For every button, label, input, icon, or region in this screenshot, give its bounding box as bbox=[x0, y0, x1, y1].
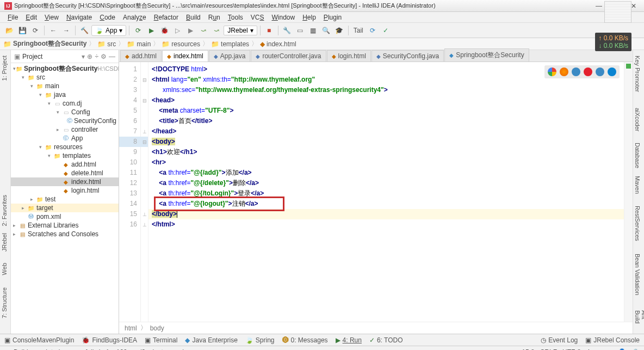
bt-jrebel-console[interactable]: ▣JRebel Console bbox=[585, 336, 640, 344]
chevron-down-icon[interactable]: ▾ bbox=[82, 53, 85, 60]
reload-icon[interactable]: ⟳ bbox=[367, 24, 379, 36]
fold-gutter[interactable]: ⊟ ⊟ ⊥⊟ ⊥⊥ bbox=[141, 62, 148, 322]
hide-icon[interactable]: — bbox=[109, 53, 115, 60]
menu-view[interactable]: View bbox=[41, 13, 62, 22]
tree-row[interactable]: ▸▭controller bbox=[11, 125, 119, 134]
editor-tab[interactable]: ◆App.java bbox=[209, 50, 251, 62]
bt-findbugs[interactable]: 🐞FindBugs-IDEA bbox=[82, 336, 137, 344]
breadcrumb-item[interactable]: 📁resources bbox=[162, 40, 200, 48]
editor-body[interactable]: 12345678910111213141516 ⊟ ⊟ ⊥⊟ ⊥⊥ <!DOCT… bbox=[119, 62, 633, 322]
ie-icon[interactable] bbox=[596, 67, 604, 76]
tab-key-promoter[interactable]: Key Promoter bbox=[633, 52, 642, 95]
tree-row[interactable]: ◆add.html bbox=[11, 160, 119, 169]
tree-row[interactable]: ▸▤Scratches and Consoles bbox=[11, 230, 119, 238]
lock-icon[interactable]: 🔒 bbox=[631, 348, 640, 351]
minimize-button[interactable]: — bbox=[595, 2, 603, 10]
target-icon[interactable]: ⊕ bbox=[87, 53, 92, 60]
tree-row[interactable]: ▾▭Config bbox=[11, 108, 119, 116]
menu-edit[interactable]: Edit bbox=[22, 13, 40, 22]
jr-debug-icon[interactable]: ⤻ bbox=[210, 24, 222, 36]
tab-structure[interactable]: 7: Structure bbox=[0, 284, 9, 322]
tree-row[interactable]: ⒸApp bbox=[11, 134, 119, 143]
menu-run[interactable]: Run bbox=[205, 13, 224, 22]
line-separator[interactable]: CRLF bbox=[540, 348, 557, 351]
breadcrumb-item[interactable]: 📁Springboot整合Security bbox=[3, 39, 86, 48]
chrome-icon[interactable] bbox=[548, 67, 556, 76]
jrebel-selector[interactable]: JRebel ▾ bbox=[224, 26, 257, 35]
breadcrumb-item[interactable]: ◆index.html bbox=[260, 40, 296, 48]
opera-icon[interactable] bbox=[584, 67, 592, 76]
bt-todo[interactable]: ✓6: TODO bbox=[369, 336, 403, 344]
run-icon[interactable]: ▶ bbox=[145, 24, 157, 36]
jr-run-icon[interactable]: ⤻ bbox=[197, 24, 209, 36]
tab-web[interactable]: Web bbox=[0, 260, 9, 278]
tree-row[interactable]: ▾📁src bbox=[11, 73, 119, 82]
tail-label[interactable]: Tail bbox=[351, 24, 366, 36]
tree-row[interactable]: ▾📁Springboot整合Security H:\CSDN\Sp bbox=[11, 64, 119, 73]
tree-row[interactable]: Ⓜpom.xml bbox=[11, 212, 119, 221]
tab-restservices[interactable]: RestServices bbox=[633, 202, 642, 244]
sync-icon[interactable]: ⟳ bbox=[29, 24, 41, 36]
tree-row[interactable]: ⒸSecurityConfig bbox=[11, 116, 119, 125]
build-icon[interactable]: 🔨 bbox=[78, 24, 90, 36]
breadcrumb-item[interactable]: 📁templates bbox=[211, 40, 249, 48]
menu-vcs[interactable]: VCS bbox=[247, 13, 268, 22]
crumb-html[interactable]: html bbox=[125, 324, 137, 332]
editor-tab[interactable]: ◆add.html bbox=[120, 50, 162, 62]
menu-file[interactable]: File bbox=[4, 13, 21, 22]
bt-terminal[interactable]: ▣Terminal bbox=[145, 336, 177, 344]
editor-tab[interactable]: ◆Springboot整合Security bbox=[444, 48, 529, 62]
tab-favorites[interactable]: 2: Favorites bbox=[0, 192, 9, 229]
edge-icon[interactable] bbox=[608, 67, 616, 76]
tree-row[interactable]: ▾📁main bbox=[11, 82, 119, 90]
editor-tab[interactable]: ◆login.html bbox=[327, 50, 371, 62]
run-config-selector[interactable]: 🍃 App ▾ bbox=[91, 25, 126, 36]
menu-plugin[interactable]: Plugin bbox=[320, 13, 345, 22]
file-encoding[interactable]: UTF-8 bbox=[562, 348, 581, 351]
search-icon[interactable]: 🔍 bbox=[320, 24, 332, 36]
check-icon[interactable]: ✓ bbox=[380, 24, 392, 36]
bt-messages[interactable]: ⓿0: Messages bbox=[282, 336, 328, 344]
back-icon[interactable]: ← bbox=[47, 24, 59, 36]
tree-row[interactable]: ▾📁resources bbox=[11, 143, 119, 151]
editor-tab[interactable]: ◆SecurityConfig.java bbox=[371, 50, 444, 62]
refresh-icon[interactable]: ⟳ bbox=[132, 24, 144, 36]
crumb-body[interactable]: body bbox=[150, 324, 164, 332]
editor-tab[interactable]: ◆index.html bbox=[162, 50, 208, 62]
forward-icon[interactable]: → bbox=[60, 24, 72, 36]
tree-row[interactable]: ▸▤External Libraries bbox=[11, 221, 119, 230]
tree-row[interactable]: ◆index.html bbox=[11, 177, 119, 186]
gear-icon[interactable]: ⚙ bbox=[101, 53, 107, 60]
error-stripe[interactable] bbox=[624, 62, 633, 322]
tab-jrebel[interactable]: JRebel bbox=[0, 230, 9, 255]
project-tree[interactable]: ▾📁Springboot整合Security H:\CSDN\Sp▾📁src▾📁… bbox=[11, 63, 119, 334]
menu-window[interactable]: Window bbox=[268, 13, 298, 22]
tab-project[interactable]: 1: Project bbox=[0, 52, 9, 84]
tab-beanvalidation[interactable]: Bean Validation bbox=[633, 250, 642, 298]
bt-spring[interactable]: 🍃Spring bbox=[245, 336, 275, 344]
minimap[interactable] bbox=[604, 1, 631, 23]
bt-eventlog[interactable]: ◷Event Log bbox=[541, 336, 578, 344]
tab-database[interactable]: Database bbox=[633, 139, 642, 171]
caret-position[interactable]: 15:8 bbox=[522, 348, 534, 351]
tree-row[interactable]: ◆login.html bbox=[11, 186, 119, 195]
indent-setting[interactable]: 4 spaces bbox=[586, 348, 612, 351]
wrench-icon[interactable]: 🔧 bbox=[281, 24, 293, 36]
menu-refactor[interactable]: Refactor bbox=[151, 13, 182, 22]
stop-icon[interactable]: ■ bbox=[263, 24, 275, 36]
tree-row[interactable]: ▾▭com.dj bbox=[11, 99, 119, 108]
tab-aixcoder[interactable]: aiXcoder bbox=[633, 105, 642, 134]
firefox-icon[interactable] bbox=[560, 67, 568, 76]
editor-tab[interactable]: ◆routerController.java bbox=[251, 50, 326, 62]
tree-row[interactable]: ▸📁test bbox=[11, 195, 119, 204]
menu-navigate[interactable]: Navigate bbox=[63, 13, 95, 22]
safari-icon[interactable] bbox=[572, 67, 580, 76]
breadcrumb-item[interactable]: 📁main bbox=[127, 40, 151, 48]
menu-build[interactable]: Build bbox=[183, 13, 204, 22]
menu-code[interactable]: Code bbox=[96, 13, 119, 22]
open-icon[interactable]: 📂 bbox=[3, 24, 15, 36]
tab-antbuild[interactable]: Ant Build bbox=[633, 307, 644, 334]
bt-java-enterprise[interactable]: ◆Java Enterprise bbox=[185, 336, 237, 344]
menu-tools[interactable]: Tools bbox=[225, 13, 246, 22]
menu-analyze[interactable]: Analyze bbox=[120, 13, 150, 22]
